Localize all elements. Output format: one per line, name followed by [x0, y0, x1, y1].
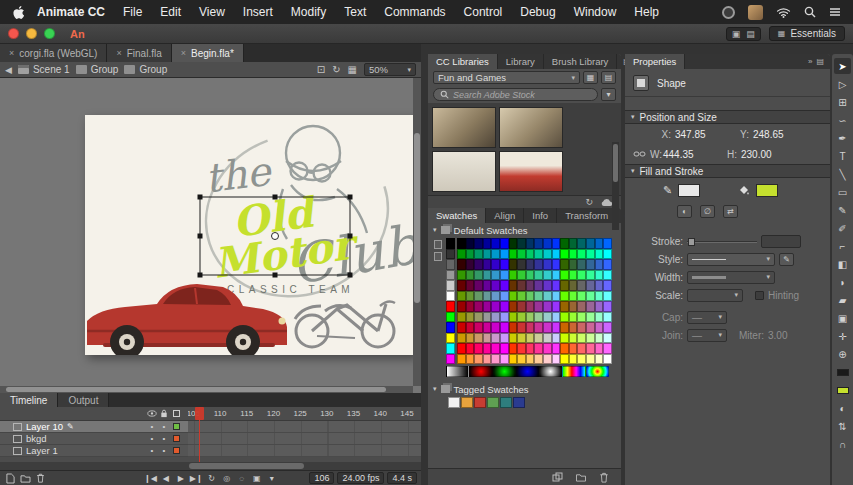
swatch[interactable]: [466, 312, 475, 323]
no-color-icon[interactable]: ∅: [700, 205, 715, 218]
swatch[interactable]: [446, 343, 455, 354]
swatch[interactable]: [543, 312, 552, 323]
step-forward-button[interactable]: ▶❙: [190, 472, 203, 484]
swatch[interactable]: [526, 291, 535, 302]
swatch[interactable]: [577, 291, 586, 302]
tagged-swatch[interactable]: [500, 397, 512, 408]
swatch[interactable]: [569, 322, 578, 333]
swatch[interactable]: [466, 238, 475, 249]
swatch[interactable]: [569, 259, 578, 270]
swatch[interactable]: [552, 322, 561, 333]
swatch[interactable]: [474, 270, 483, 281]
text-tool[interactable]: T: [834, 148, 851, 164]
tab-timeline[interactable]: Timeline: [0, 393, 58, 407]
pencil-tool[interactable]: ✎: [834, 202, 851, 218]
swatch[interactable]: [526, 259, 535, 270]
tab-info[interactable]: Info: [524, 208, 557, 223]
swatch[interactable]: [586, 333, 595, 344]
tagged-swatch[interactable]: [448, 397, 460, 408]
swatch[interactable]: [500, 312, 509, 323]
new-layer-button[interactable]: [4, 472, 16, 484]
swatch[interactable]: [457, 333, 466, 344]
layer-outline-chip[interactable]: [170, 446, 182, 455]
paint-bucket-tool[interactable]: ◧: [834, 256, 851, 272]
swatch[interactable]: [543, 322, 552, 333]
swatch[interactable]: [457, 343, 466, 354]
tagged-swatch[interactable]: [487, 397, 499, 408]
swatch[interactable]: [457, 249, 466, 260]
swatch[interactable]: [569, 280, 578, 291]
pen-tool[interactable]: ✒: [834, 130, 851, 146]
layout-icon[interactable]: ▣: [732, 29, 741, 39]
layer-lock-dot[interactable]: •: [158, 434, 170, 443]
swatch[interactable]: [586, 291, 595, 302]
step-back-button[interactable]: ◀: [160, 472, 172, 484]
swatch[interactable]: [491, 238, 500, 249]
swatch[interactable]: [569, 238, 578, 249]
pasteboard[interactable]: the Club Old Motor CLASSIC TEAM: [0, 78, 421, 393]
menu-item-commands[interactable]: Commands: [375, 5, 454, 19]
swatch[interactable]: [586, 322, 595, 333]
swatch[interactable]: [586, 270, 595, 281]
swatch[interactable]: [483, 280, 492, 291]
swatch[interactable]: [446, 270, 455, 281]
layer-visibility-dot[interactable]: •: [146, 422, 158, 431]
swatch[interactable]: [483, 259, 492, 270]
swatch[interactable]: [457, 354, 466, 365]
cap-select[interactable]: —▾: [687, 311, 727, 324]
status-ring-icon[interactable]: [722, 6, 735, 19]
swatch[interactable]: [500, 301, 509, 312]
swatch[interactable]: [500, 343, 509, 354]
y-value[interactable]: 248.65: [753, 129, 807, 140]
swatch-doc-icon[interactable]: [434, 240, 442, 249]
swatch[interactable]: [491, 291, 500, 302]
swatch[interactable]: [595, 312, 604, 323]
swatch[interactable]: [509, 291, 518, 302]
duplicate-swatch-icon[interactable]: [552, 472, 563, 482]
layer-lock-dot[interactable]: •: [158, 422, 170, 431]
bone-tool[interactable]: ⌐: [834, 238, 851, 254]
tab-properties[interactable]: Properties: [625, 54, 685, 69]
hand-tool[interactable]: ✛: [834, 328, 851, 344]
swatch[interactable]: [577, 343, 586, 354]
tab-output[interactable]: Output: [58, 393, 109, 407]
swatch[interactable]: [526, 280, 535, 291]
green-radial-swatch[interactable]: [493, 366, 516, 377]
menu-item-insert[interactable]: Insert: [234, 5, 282, 19]
swatch[interactable]: [603, 343, 612, 354]
swatch[interactable]: [552, 301, 561, 312]
swatch[interactable]: [500, 291, 509, 302]
loop-button[interactable]: ↻: [206, 472, 218, 484]
control-center-icon[interactable]: [829, 7, 841, 17]
swatch[interactable]: [491, 270, 500, 281]
scrollbar-thumb[interactable]: [414, 133, 420, 303]
rainbow-radial-swatch[interactable]: [586, 366, 609, 377]
swatch[interactable]: [457, 259, 466, 270]
swatch[interactable]: [534, 238, 543, 249]
layer-row[interactable]: Layer 1••: [0, 445, 421, 457]
center-stage-icon[interactable]: ⊡: [317, 64, 325, 75]
swatch[interactable]: [457, 291, 466, 302]
swatch[interactable]: [595, 238, 604, 249]
swatch[interactable]: [483, 333, 492, 344]
swatch[interactable]: [446, 312, 455, 323]
swatch[interactable]: [534, 249, 543, 260]
free-transform-tool[interactable]: ⊞: [834, 94, 851, 110]
library-scrollbar[interactable]: [612, 142, 619, 230]
swatch[interactable]: [446, 301, 455, 312]
swatch[interactable]: [526, 322, 535, 333]
swatch[interactable]: [509, 322, 518, 333]
menu-item-control[interactable]: Control: [455, 5, 512, 19]
stroke-style-select[interactable]: ▾: [687, 253, 775, 266]
breadcrumb-scene[interactable]: Scene 1: [18, 64, 70, 75]
swatch[interactable]: [457, 301, 466, 312]
swatch[interactable]: [446, 238, 455, 249]
swatch[interactable]: [552, 249, 561, 260]
swatch[interactable]: [517, 259, 526, 270]
swatch[interactable]: [577, 354, 586, 365]
onion-skin-button[interactable]: ◎: [221, 472, 233, 484]
breadcrumb-item[interactable]: Group: [124, 64, 167, 75]
x-value[interactable]: 347.85: [675, 129, 729, 140]
swatch[interactable]: [526, 333, 535, 344]
fill-stroke-section-header[interactable]: ▾ Fill and Stroke: [625, 164, 830, 178]
